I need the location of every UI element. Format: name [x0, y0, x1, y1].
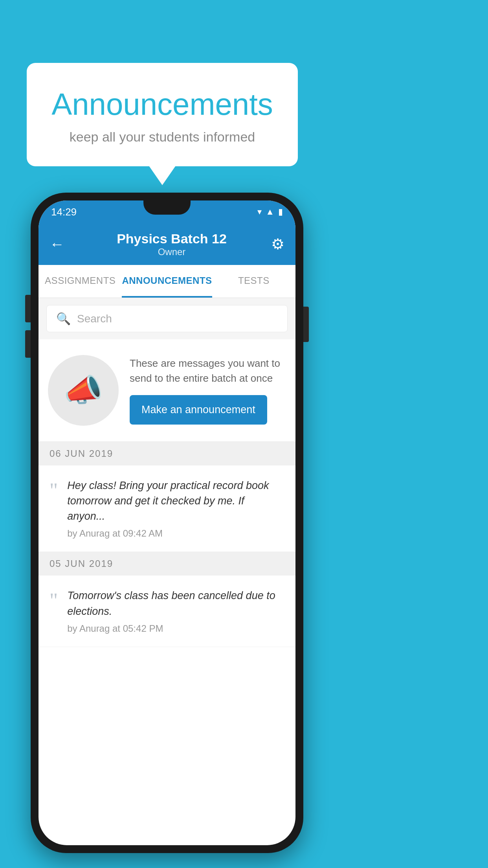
- announcement-content-2: Tomorrow's class has been cancelled due …: [67, 588, 284, 634]
- back-button[interactable]: ←: [50, 236, 64, 253]
- signal-icon: ▲: [266, 207, 274, 217]
- announcement-item-1[interactable]: " Hey class! Bring your practical record…: [39, 465, 295, 552]
- announcement-text-1: Hey class! Bring your practical record b…: [67, 478, 284, 524]
- megaphone-circle: 📣: [48, 355, 119, 426]
- status-icons: ▾ ▲ ▮: [257, 207, 283, 217]
- quote-icon-1: ": [50, 480, 58, 501]
- promo-right: These are messages you want to send to t…: [130, 356, 286, 425]
- announcement-promo: 📣 These are messages you want to send to…: [39, 339, 295, 442]
- battery-icon: ▮: [278, 207, 283, 217]
- volume-down-button: [25, 330, 31, 358]
- speech-bubble-title: Announcements: [46, 86, 278, 122]
- search-container: 🔍 Search: [39, 298, 295, 339]
- app-bar-title: Physics Batch 12: [72, 231, 271, 246]
- announcement-text-2: Tomorrow's class has been cancelled due …: [67, 588, 284, 619]
- tabs-bar: ASSIGNMENTS ANNOUNCEMENTS TESTS: [39, 265, 295, 298]
- announcement-meta-2: by Anurag at 05:42 PM: [67, 623, 284, 634]
- status-time: 14:29: [51, 206, 77, 218]
- promo-description: These are messages you want to send to t…: [130, 356, 286, 386]
- speech-bubble: Announcements keep all your students inf…: [27, 63, 298, 166]
- app-bar: ← Physics Batch 12 Owner ⚙: [39, 223, 295, 265]
- tab-assignments[interactable]: ASSIGNMENTS: [39, 265, 122, 298]
- app-bar-title-area: Physics Batch 12 Owner: [72, 231, 271, 257]
- phone-mockup: 14:29 ▾ ▲ ▮ ← Physics Batch 12 Owner ⚙: [31, 193, 303, 853]
- announcement-meta-1: by Anurag at 09:42 AM: [67, 528, 284, 539]
- date-separator-1: 06 JUN 2019: [39, 442, 295, 465]
- megaphone-icon: 📣: [64, 372, 103, 409]
- app-bar-subtitle: Owner: [72, 246, 271, 257]
- make-announcement-button[interactable]: Make an announcement: [130, 395, 267, 425]
- announcement-item-2[interactable]: " Tomorrow's class has been cancelled du…: [39, 576, 295, 647]
- wifi-icon: ▾: [257, 207, 262, 217]
- speech-bubble-subtitle: keep all your students informed: [46, 129, 278, 145]
- announcement-content-1: Hey class! Bring your practical record b…: [67, 478, 284, 539]
- tab-tests[interactable]: TESTS: [212, 265, 295, 298]
- date-separator-2: 05 JUN 2019: [39, 552, 295, 576]
- search-placeholder: Search: [77, 313, 112, 325]
- phone-screen: 14:29 ▾ ▲ ▮ ← Physics Batch 12 Owner ⚙: [39, 200, 295, 845]
- volume-buttons: [25, 295, 31, 358]
- volume-up-button: [25, 295, 31, 322]
- phone-notch: [143, 200, 191, 215]
- speech-bubble-container: Announcements keep all your students inf…: [27, 63, 298, 166]
- tab-announcements[interactable]: ANNOUNCEMENTS: [122, 265, 212, 298]
- search-box[interactable]: 🔍 Search: [46, 305, 288, 332]
- power-button: [303, 307, 309, 342]
- quote-icon-2: ": [50, 590, 58, 611]
- settings-icon[interactable]: ⚙: [271, 235, 284, 253]
- phone-outer: 14:29 ▾ ▲ ▮ ← Physics Batch 12 Owner ⚙: [31, 193, 303, 853]
- search-icon: 🔍: [56, 312, 71, 326]
